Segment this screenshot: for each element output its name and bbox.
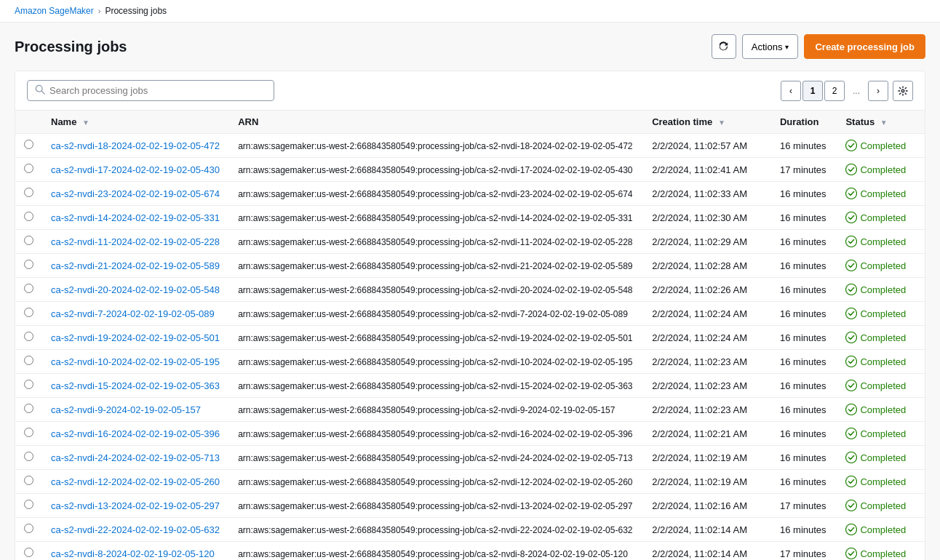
table-row: ca-s2-nvdi-14-2024-02-02-19-02-05-331arn… (15, 206, 925, 230)
table-header-row: Name ▼ ARN Creation time ▼ Duration Stat… (15, 111, 925, 134)
job-name-link[interactable]: ca-s2-nvdi-18-2024-02-02-19-02-05-472 (51, 140, 220, 151)
job-arn: arn:aws:sagemaker:us-west-2:668843580549… (238, 501, 632, 511)
table-row: ca-s2-nvdi-15-2024-02-02-19-02-05-363arn… (15, 374, 925, 398)
job-status: Completed (837, 326, 925, 350)
row-select-radio[interactable] (24, 188, 33, 197)
job-name-link[interactable]: ca-s2-nvdi-20-2024-02-02-19-02-05-548 (51, 284, 220, 295)
svg-point-13 (846, 380, 857, 391)
main-content: Processing jobs Actions ▾ Create process… (0, 23, 940, 560)
status-label: Completed (860, 164, 906, 175)
row-select-radio[interactable] (24, 524, 33, 533)
status-completed-icon (845, 164, 857, 175)
row-select-radio[interactable] (24, 236, 33, 245)
job-name-link[interactable]: ca-s2-nvdi-23-2024-02-02-19-02-05-674 (51, 188, 220, 199)
job-name-link[interactable]: ca-s2-nvdi-19-2024-02-02-19-02-05-501 (51, 332, 220, 343)
svg-point-20 (846, 548, 857, 559)
page-settings-button[interactable] (893, 81, 913, 101)
next-page-button[interactable]: › (868, 81, 888, 101)
job-arn: arn:aws:sagemaker:us-west-2:668843580549… (238, 213, 632, 223)
row-select-radio[interactable] (24, 476, 33, 485)
row-select-radio[interactable] (24, 260, 33, 269)
col-header-name[interactable]: Name ▼ (42, 111, 229, 134)
page-2-button[interactable]: 2 (824, 81, 845, 101)
row-select-radio[interactable] (24, 452, 33, 461)
create-job-button[interactable]: Create processing job (804, 34, 925, 59)
job-name-link[interactable]: ca-s2-nvdi-15-2024-02-02-19-02-05-363 (51, 380, 220, 391)
job-name-link[interactable]: ca-s2-nvdi-21-2024-02-02-19-02-05-589 (51, 260, 220, 271)
job-duration: 16 minutes (771, 398, 837, 422)
job-creation-time: 2/2/2024, 11:02:23 AM (643, 350, 771, 374)
job-creation-time: 2/2/2024, 11:02:23 AM (643, 374, 771, 398)
row-select-radio[interactable] (24, 404, 33, 413)
job-creation-time: 2/2/2024, 11:02:14 AM (643, 542, 771, 561)
status-label: Completed (860, 260, 906, 271)
job-name-link[interactable]: ca-s2-nvdi-17-2024-02-02-19-02-05-430 (51, 164, 220, 175)
job-creation-time: 2/2/2024, 11:02:24 AM (643, 302, 771, 326)
status-label: Completed (860, 428, 906, 439)
row-select-radio[interactable] (24, 356, 33, 365)
job-name-link[interactable]: ca-s2-nvdi-9-2024-02-19-02-05-157 (51, 404, 201, 415)
row-select-radio[interactable] (24, 164, 33, 173)
status-label: Completed (860, 284, 906, 295)
job-status: Completed (837, 158, 925, 182)
job-creation-time: 2/2/2024, 11:02:21 AM (643, 422, 771, 446)
job-name-link[interactable]: ca-s2-nvdi-22-2024-02-02-19-02-05-632 (51, 524, 220, 535)
job-name-link[interactable]: ca-s2-nvdi-8-2024-02-02-19-02-05-120 (51, 548, 215, 559)
row-select-radio[interactable] (24, 332, 33, 341)
svg-point-14 (846, 404, 857, 415)
job-name-link[interactable]: ca-s2-nvdi-13-2024-02-02-19-02-05-297 (51, 500, 220, 511)
col-header-status[interactable]: Status ▼ (837, 111, 925, 134)
row-select-radio[interactable] (24, 212, 33, 221)
job-status: Completed (837, 134, 925, 158)
actions-label: Actions (752, 41, 783, 52)
svg-point-8 (846, 260, 857, 271)
breadcrumb-parent[interactable]: Amazon SageMaker (15, 6, 94, 16)
status-completed-icon (845, 308, 857, 319)
row-select-radio[interactable] (24, 380, 33, 389)
row-select-radio[interactable] (24, 428, 33, 437)
breadcrumb-current: Processing jobs (105, 6, 167, 16)
search-input[interactable] (49, 85, 266, 96)
job-name-link[interactable]: ca-s2-nvdi-10-2024-02-02-19-02-05-195 (51, 356, 220, 367)
job-name-link[interactable]: ca-s2-nvdi-24-2024-02-02-19-02-05-713 (51, 452, 220, 463)
job-status: Completed (837, 446, 925, 470)
col-header-time[interactable]: Creation time ▼ (643, 111, 771, 134)
page-1-button[interactable]: 1 (802, 81, 823, 101)
job-name-link[interactable]: ca-s2-nvdi-7-2024-02-02-19-02-05-089 (51, 308, 215, 319)
col-header-duration: Duration (771, 111, 837, 134)
name-sort-icon: ▼ (82, 119, 89, 127)
job-duration: 16 minutes (771, 350, 837, 374)
refresh-button[interactable] (712, 34, 736, 59)
svg-point-6 (846, 212, 857, 223)
row-select-radio[interactable] (24, 548, 33, 557)
row-select-radio[interactable] (24, 308, 33, 317)
job-creation-time: 2/2/2024, 11:02:57 AM (643, 134, 771, 158)
job-creation-time: 2/2/2024, 11:02:14 AM (643, 518, 771, 542)
status-label: Completed (860, 188, 906, 199)
job-name-link[interactable]: ca-s2-nvdi-14-2024-02-02-19-02-05-331 (51, 212, 220, 223)
status-label: Completed (860, 212, 906, 223)
table-row: ca-s2-nvdi-17-2024-02-02-19-02-05-430arn… (15, 158, 925, 182)
job-name-link[interactable]: ca-s2-nvdi-16-2024-02-02-19-02-05-396 (51, 428, 220, 439)
svg-point-5 (846, 188, 857, 199)
job-name-link[interactable]: ca-s2-nvdi-11-2024-02-02-19-02-05-228 (51, 236, 220, 247)
table-row: ca-s2-nvdi-19-2024-02-02-19-02-05-501arn… (15, 326, 925, 350)
job-status: Completed (837, 374, 925, 398)
row-select-radio[interactable] (24, 140, 33, 149)
actions-button[interactable]: Actions ▾ (742, 34, 799, 59)
job-duration: 17 minutes (771, 158, 837, 182)
row-select-radio[interactable] (24, 284, 33, 293)
job-status: Completed (837, 206, 925, 230)
row-select-radio[interactable] (24, 500, 33, 509)
job-creation-time: 2/2/2024, 11:02:24 AM (643, 326, 771, 350)
job-name-link[interactable]: ca-s2-nvdi-12-2024-02-02-19-02-05-260 (51, 476, 220, 487)
prev-page-button[interactable]: ‹ (781, 81, 801, 101)
status-completed-icon (845, 284, 857, 295)
svg-point-17 (846, 476, 857, 487)
svg-point-15 (846, 428, 857, 439)
status-label: Completed (860, 380, 906, 391)
job-creation-time: 2/2/2024, 11:02:33 AM (643, 182, 771, 206)
job-status: Completed (837, 422, 925, 446)
job-arn: arn:aws:sagemaker:us-west-2:668843580549… (238, 261, 632, 271)
search-input-wrap (27, 80, 274, 101)
